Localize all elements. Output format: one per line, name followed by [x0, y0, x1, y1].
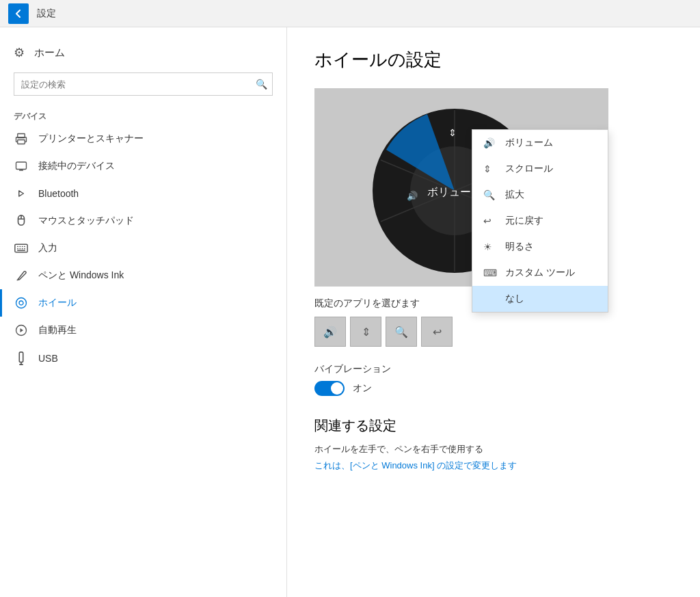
dropdown-item-custom[interactable]: ⌨ カスタム ツール [472, 260, 608, 286]
toggle-row: オン [314, 381, 673, 396]
search-input[interactable] [14, 72, 273, 96]
search-container: 🔍 [0, 67, 286, 107]
sidebar-item-printer[interactable]: プリンターとスキャナー [0, 125, 286, 152]
sidebar-item-autoplay[interactable]: 自動再生 [0, 317, 286, 344]
sidebar-item-connected[interactable]: 接続中のデバイス [0, 152, 286, 180]
svg-text:🔊: 🔊 [407, 190, 418, 202]
content-area: ホイールの設定 ボリューム ⇕ [287, 27, 700, 597]
dropdown-zoom-label: 拡大 [505, 189, 524, 201]
home-icon: ⚙ [14, 45, 25, 60]
search-wrapper: 🔍 [14, 72, 273, 96]
sidebar-item-bluetooth[interactable]: Bluetooth [0, 180, 286, 207]
app-btn-zoom[interactable]: 🔍 [386, 317, 417, 347]
related-link[interactable]: これは、[ペンと Windows Ink] の設定で変更します [314, 460, 517, 470]
connected-icon [14, 160, 29, 172]
custom-icon: ⌨ [483, 267, 498, 278]
mouse-icon [14, 215, 29, 227]
wheel-diagram-container: ボリューム ⇕ 🔍 🔊 🔊 ボリューム ⇕ スクロール � [314, 88, 608, 287]
brightness-icon: ☀ [483, 241, 498, 252]
vibration-toggle[interactable] [314, 381, 345, 396]
autoplay-icon [14, 324, 29, 336]
volume-icon: 🔊 [483, 137, 498, 148]
svg-rect-4 [15, 244, 27, 252]
svg-rect-1 [18, 140, 25, 144]
printer-label: プリンターとスキャナー [38, 133, 144, 145]
pen-label: ペンと Windows Ink [38, 269, 124, 282]
toggle-thumb [331, 382, 343, 395]
app-btn-undo[interactable]: ↩ [421, 317, 453, 347]
input-label: 入力 [38, 242, 57, 254]
usb-icon [14, 351, 29, 365]
usb-label: USB [38, 353, 58, 364]
related-title: 関連する設定 [314, 416, 673, 435]
svg-rect-2 [16, 162, 27, 170]
page-title: ホイールの設定 [314, 48, 673, 72]
vibration-label: バイブレーション [314, 363, 673, 375]
sidebar-item-input[interactable]: 入力 [0, 235, 286, 262]
dropdown-item-zoom[interactable]: 🔍 拡大 [472, 182, 608, 208]
app-btn-zoom-icon: 🔍 [394, 326, 408, 339]
bluetooth-icon [14, 187, 29, 200]
app-title: 設定 [37, 8, 56, 20]
dropdown-custom-label: カスタム ツール [505, 267, 575, 279]
svg-point-5 [16, 298, 27, 308]
dropdown-scroll-label: スクロール [505, 163, 553, 175]
app-btn-scroll[interactable]: ⇕ [350, 317, 381, 347]
scroll-icon: ⇕ [483, 163, 498, 174]
dropdown-item-none[interactable]: なし [472, 286, 608, 312]
wheel-dropdown-menu: 🔊 ボリューム ⇕ スクロール 🔍 拡大 ↩ 元に戻す ☀ 明るさ [472, 129, 608, 313]
bluetooth-label: Bluetooth [38, 188, 79, 199]
sidebar-item-wheel[interactable]: ホイール [0, 289, 286, 317]
title-bar: 設定 [0, 0, 700, 27]
connected-label: 接続中のデバイス [38, 160, 115, 172]
dropdown-item-scroll[interactable]: ⇕ スクロール [472, 156, 608, 182]
sidebar-home[interactable]: ⚙ ホーム [0, 38, 286, 67]
back-button[interactable] [8, 3, 29, 24]
sidebar-item-pen[interactable]: ペンと Windows Ink [0, 262, 286, 289]
zoom-icon: 🔍 [483, 189, 498, 200]
app-btn-scroll-icon: ⇕ [362, 326, 371, 339]
dropdown-item-volume[interactable]: 🔊 ボリューム [472, 130, 608, 156]
toggle-text: オン [353, 382, 372, 395]
app-btn-volume-icon: 🔊 [323, 326, 337, 339]
vibration-section: バイブレーション オン [314, 363, 673, 396]
dropdown-none-label: なし [505, 293, 524, 305]
mouse-label: マウスとタッチパッド [38, 215, 134, 227]
dropdown-item-undo[interactable]: ↩ 元に戻す [472, 208, 608, 234]
dropdown-item-brightness[interactable]: ☀ 明るさ [472, 234, 608, 260]
related-settings: 関連する設定 ホイールを左手で、ペンを右手で使用する これは、[ペンと Wind… [314, 416, 673, 472]
svg-point-6 [19, 301, 23, 305]
sidebar-section-label: デバイス [0, 107, 286, 125]
dropdown-volume-label: ボリューム [505, 137, 553, 149]
app-btn-volume[interactable]: 🔊 [314, 317, 346, 347]
dropdown-brightness-label: 明るさ [505, 241, 534, 253]
sidebar-item-usb[interactable]: USB [0, 344, 286, 373]
wheel-label: ホイール [38, 297, 77, 309]
main-layout: ⚙ ホーム 🔍 デバイス プリンターとスキャナー [0, 27, 700, 597]
app-buttons-row: 🔊 ⇕ 🔍 ↩ [314, 317, 673, 347]
svg-text:⇕: ⇕ [448, 127, 457, 138]
undo-icon: ↩ [483, 215, 498, 226]
wheel-icon [14, 297, 29, 309]
app-btn-undo-icon: ↩ [433, 326, 442, 339]
sidebar: ⚙ ホーム 🔍 デバイス プリンターとスキャナー [0, 27, 287, 597]
related-description: ホイールを左手で、ペンを右手で使用する [314, 443, 673, 455]
dropdown-undo-label: 元に戻す [505, 215, 543, 227]
svg-rect-8 [19, 352, 23, 362]
keyboard-icon [14, 243, 29, 253]
home-label: ホーム [34, 47, 65, 59]
autoplay-label: 自動再生 [38, 324, 77, 336]
printer-icon [14, 133, 29, 145]
pen-icon [14, 269, 29, 282]
sidebar-item-mouse[interactable]: マウスとタッチパッド [0, 207, 286, 235]
